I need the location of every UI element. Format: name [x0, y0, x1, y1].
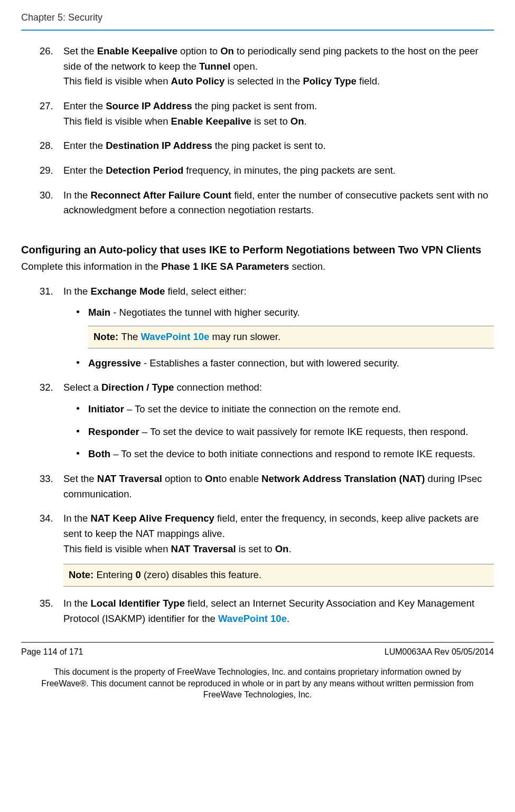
text: Set the	[63, 45, 97, 56]
footer-row: Page 114 of 171 LUM0063AA Rev 05/05/2014	[21, 646, 494, 659]
strong: Exchange Mode	[90, 286, 165, 297]
text: Entering	[96, 569, 135, 580]
text: section.	[289, 261, 325, 272]
text: This field is visible when	[63, 75, 171, 87]
text: may run slower.	[209, 331, 280, 342]
note-label: Note:	[93, 331, 121, 342]
strong: NAT Traversal	[171, 543, 236, 554]
text: In the	[63, 598, 90, 609]
steps-list-2: In the Exchange Mode field, select eithe…	[40, 284, 494, 627]
sub-item-both: Both – To set the device to both initiat…	[77, 447, 494, 462]
text: open.	[230, 61, 257, 72]
sub-item-main: Main - Negotiates the tunnel with higher…	[77, 305, 494, 348]
doc-revision: LUM0063AA Rev 05/05/2014	[385, 646, 494, 659]
text: Enter the	[63, 140, 106, 151]
footer-legal: This document is the property of FreeWav…	[21, 666, 494, 701]
page-header: Chapter 5: Security	[21, 11, 494, 25]
text: Enter the	[63, 100, 106, 111]
text: is set to	[236, 543, 275, 554]
text: .	[287, 613, 289, 624]
step-28: Enter the Destination IP Address the pin…	[40, 138, 494, 154]
text: frequency, in minutes, the ping packets …	[183, 165, 396, 176]
strong: On	[291, 116, 304, 127]
step-26: Set the Enable Keepalive option to On to…	[40, 44, 494, 89]
strong: Tunnel	[199, 61, 230, 72]
step-27: Enter the Source IP Address the ping pac…	[40, 99, 494, 129]
text: option to	[177, 45, 220, 56]
page-number: Page 114 of 171	[21, 646, 83, 659]
strong: Direction / Type	[101, 382, 174, 393]
strong: Aggressive	[88, 357, 141, 369]
text: – To set the device to initiate the conn…	[124, 403, 401, 414]
text: field, select either:	[165, 286, 246, 297]
sub-item-initiator: Initiator – To set the device to initiat…	[77, 402, 494, 417]
text: Enter the	[63, 165, 106, 176]
text: - Establishes a faster connection, but w…	[141, 357, 399, 369]
step-31: In the Exchange Mode field, select eithe…	[40, 284, 494, 371]
text: In the	[63, 286, 90, 297]
text: Complete this information in the	[21, 261, 161, 272]
text: (zero) disables this feature.	[141, 569, 261, 580]
strong: Responder	[88, 426, 139, 437]
text: – To set the device to both initiate con…	[110, 448, 475, 459]
strong: Both	[88, 448, 110, 459]
text: is selected in the	[224, 75, 303, 87]
sub-item-aggressive: Aggressive - Establishes a faster connec…	[77, 356, 494, 371]
text: This field is visible when	[63, 543, 171, 554]
strong: NAT Keep Alive Frequency	[90, 513, 214, 524]
note-box: Note: The WavePoint 10e may run slower.	[88, 326, 494, 348]
strong: On	[205, 473, 219, 484]
footer-rule	[21, 642, 494, 643]
section-intro: Complete this information in the Phase 1…	[21, 259, 494, 275]
step-30: In the Reconnect After Failure Count fie…	[40, 188, 494, 218]
text: Select a	[63, 382, 101, 393]
note-label: Note:	[69, 569, 96, 580]
strong: 0	[135, 569, 141, 580]
brand-link: WavePoint 10e	[141, 331, 209, 342]
text: - Negotiates the tunnel with higher secu…	[110, 307, 300, 318]
step-32: Select a Direction / Type connection met…	[40, 380, 494, 462]
strong: Reconnect After Failure Count	[90, 190, 234, 201]
strong: Enable Keepalive	[171, 116, 251, 127]
strong: Phase 1 IKE SA Parameters	[161, 261, 289, 272]
strong: On	[220, 45, 234, 56]
text: connection method:	[174, 382, 262, 393]
strong: Detection Period	[106, 165, 183, 176]
strong: Policy Type	[303, 75, 356, 87]
section-heading: Configuring an Auto-policy that uses IKE…	[21, 242, 494, 258]
strong: Local Identifier Type	[90, 598, 185, 609]
step-34: In the NAT Keep Alive Frequency field, e…	[40, 511, 494, 587]
strong: Auto Policy	[171, 75, 225, 87]
text: In the	[63, 190, 90, 201]
text: The	[121, 331, 141, 342]
text: field.	[357, 75, 380, 87]
text: .	[304, 116, 307, 127]
text: This field is visible when	[63, 116, 171, 127]
strong: Main	[88, 307, 110, 318]
strong: Enable Keepalive	[97, 45, 177, 56]
step-33: Set the NAT Traversal option to Onto ena…	[40, 471, 494, 502]
text: the ping packet is sent from.	[192, 100, 317, 111]
strong: Source IP Address	[106, 100, 192, 111]
step-35: In the Local Identifier Type field, sele…	[40, 596, 494, 626]
sub-list: Main - Negotiates the tunnel with higher…	[77, 305, 494, 371]
text: – To set the device to wait passively fo…	[139, 426, 469, 437]
note-box: Note: Entering 0 (zero) disables this fe…	[63, 564, 494, 587]
strong: Network Address Translation (NAT)	[261, 473, 425, 484]
text: is set to	[251, 116, 291, 127]
steps-list-1: Set the Enable Keepalive option to On to…	[40, 44, 494, 218]
step-29: Enter the Detection Period frequency, in…	[40, 163, 494, 178]
text: the ping packet is sent to.	[212, 140, 326, 151]
header-rule	[21, 30, 494, 31]
sub-list: Initiator – To set the device to initiat…	[77, 402, 494, 462]
text: Set the	[63, 473, 97, 484]
text: In the	[63, 513, 90, 524]
brand-link: WavePoint 10e	[218, 613, 287, 624]
text: .	[288, 543, 291, 554]
text: to enable	[219, 473, 261, 484]
strong: NAT Traversal	[97, 473, 165, 484]
sub-item-responder: Responder – To set the device to wait pa…	[77, 424, 494, 440]
strong: Destination IP Address	[106, 140, 212, 151]
text: option to	[165, 473, 205, 484]
strong: Initiator	[88, 403, 124, 414]
